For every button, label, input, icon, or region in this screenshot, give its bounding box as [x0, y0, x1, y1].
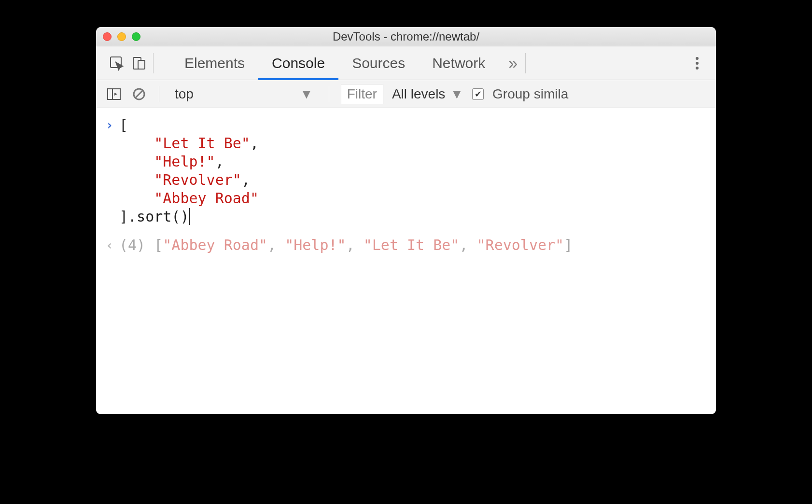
minimize-window-button[interactable]	[117, 32, 126, 41]
svg-point-3	[696, 57, 699, 60]
log-levels-selector[interactable]: All levels ▼	[392, 86, 463, 102]
svg-line-9	[135, 90, 143, 98]
window-title: DevTools - chrome://newtab/	[333, 30, 479, 43]
svg-point-5	[696, 67, 699, 70]
tab-console[interactable]: Console	[258, 46, 338, 80]
tab-sources[interactable]: Sources	[338, 46, 419, 80]
svg-rect-2	[138, 60, 145, 69]
context-label: top	[175, 86, 194, 102]
zoom-window-button[interactable]	[132, 32, 140, 41]
group-similar-checkbox[interactable]: ✔	[472, 88, 484, 100]
device-toolbar-icon[interactable]	[128, 52, 150, 74]
divider	[329, 86, 329, 102]
console-eager-eval-entry: ‹ (4) ["Abbey Road", "Help!", "Let It Be…	[106, 233, 706, 257]
row-divider	[106, 231, 706, 231]
divider	[525, 53, 526, 73]
console-input-code[interactable]: [ "Let It Be", "Help!", "Revolver", "Abb…	[119, 116, 259, 226]
close-window-button[interactable]	[103, 32, 112, 41]
output-prompt-icon: ‹	[106, 236, 119, 254]
levels-label: All levels	[392, 86, 445, 102]
filter-input[interactable]: Filter	[341, 84, 383, 104]
more-options-icon[interactable]	[688, 56, 706, 71]
inspect-element-icon[interactable]	[106, 52, 128, 74]
tab-network[interactable]: Network	[419, 46, 499, 80]
devtools-window: DevTools - chrome://newtab/ Elements Con…	[96, 27, 716, 414]
group-similar-label: Group simila	[492, 86, 568, 102]
window-traffic-lights	[103, 32, 140, 41]
dropdown-triangle-icon: ▼	[300, 86, 313, 102]
console-input-entry: › [ "Let It Be", "Help!", "Revolver", "A…	[106, 113, 706, 229]
input-prompt-icon: ›	[106, 116, 119, 134]
dropdown-triangle-icon: ▼	[450, 86, 463, 102]
console-toolbar: top ▼ Filter All levels ▼ ✔ Group simila	[96, 80, 716, 108]
divider	[153, 53, 154, 73]
console-output-area[interactable]: › [ "Let It Be", "Help!", "Revolver", "A…	[96, 108, 716, 414]
show-console-sidebar-icon[interactable]	[106, 86, 122, 102]
divider	[159, 86, 159, 102]
panel-tabs: Elements Console Sources Network	[171, 46, 499, 80]
devtools-tabbar: Elements Console Sources Network »	[96, 46, 716, 80]
titlebar: DevTools - chrome://newtab/	[96, 27, 716, 46]
console-output-code: (4) ["Abbey Road", "Help!", "Let It Be",…	[119, 236, 573, 254]
tabs-overflow-button[interactable]: »	[504, 54, 522, 72]
svg-rect-6	[108, 89, 120, 99]
svg-point-4	[696, 62, 699, 65]
clear-console-icon[interactable]	[131, 86, 147, 102]
tab-elements[interactable]: Elements	[171, 46, 258, 80]
context-selector[interactable]: top ▼	[171, 84, 317, 104]
